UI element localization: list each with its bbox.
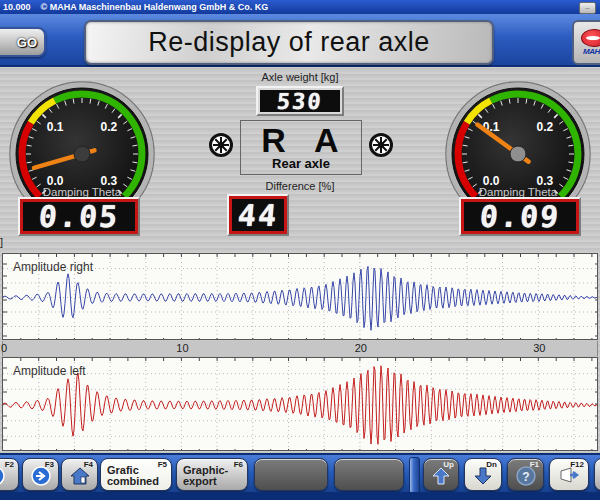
window-titlebar: 10.000 © MAHA Maschinenbau Haldenwang Gm…: [0, 0, 600, 14]
f2-button[interactable]: F2: [0, 458, 19, 491]
maha-logo-text: MAHA: [583, 47, 600, 56]
toolbar-splitter[interactable]: [409, 457, 420, 494]
difference-value: 44: [236, 198, 279, 233]
axle-weight-display: 530: [256, 86, 344, 116]
difference-label: Difference [%]: [220, 180, 380, 192]
arrow-right-icon: [31, 466, 51, 486]
x-axis-band: 0102030: [2, 341, 598, 356]
axle-weight-label: Axle weight [kg]: [220, 71, 380, 83]
blank-button-1[interactable]: [254, 458, 328, 491]
svg-text:0.2: 0.2: [537, 120, 554, 134]
minimize-button[interactable]: _: [579, 2, 596, 14]
x-axis-tick-label: 10: [176, 342, 188, 354]
f5-key-label: F5: [158, 460, 167, 469]
damping-display-right: 0.09: [459, 197, 581, 236]
axle-code: R A: [261, 124, 348, 156]
damping-value-right: 0.09: [478, 199, 561, 234]
down-button[interactable]: Dn: [464, 458, 502, 491]
bottom-strip: [0, 492, 600, 500]
x-axis-tick-label: 20: [355, 342, 367, 354]
up-button[interactable]: Up: [423, 458, 459, 491]
arrow-up-icon: [432, 467, 450, 485]
header-bar: GO Re-display of rear axle MAHA: [0, 14, 600, 67]
app-window: { "titlebar": {"version": "10.000", "cop…: [0, 0, 600, 500]
f6-graphic-export-button[interactable]: F6 Graphic- export: [176, 458, 248, 491]
f5-grafic-combined-button[interactable]: F5 Grafic combined: [100, 458, 172, 491]
blank-button-2[interactable]: [334, 458, 404, 491]
wheel-icon-right: [368, 132, 394, 158]
page-title-plate: Re-display of rear axle: [84, 20, 494, 65]
f6-key-label: F6: [234, 460, 243, 469]
y-axis-unit-fragment: ]: [0, 236, 3, 248]
amplitude-right-chart: Amplitude right: [2, 253, 598, 340]
f6-label-line2: export: [183, 475, 217, 487]
f5-label-line2: combined: [107, 475, 159, 487]
f2-icon: [0, 466, 5, 486]
f3-next-button[interactable]: F3: [22, 458, 59, 491]
f2-key-label: F2: [5, 460, 14, 469]
copyright-text: © MAHA Maschinenbau Haldenwang GmbH & Co…: [41, 2, 269, 12]
svg-text:Amplitude left: Amplitude left: [13, 364, 86, 378]
axle-indicator-box: R A Rear axle: [240, 120, 362, 175]
exit-door-icon: [558, 467, 580, 485]
axle-name: Rear axle: [272, 156, 330, 171]
x-axis-tick-label: 30: [533, 342, 545, 354]
x-axis-tick-label: 0: [1, 342, 7, 354]
partial-button-right[interactable]: [594, 458, 600, 491]
version-text: 10.000: [3, 2, 31, 12]
question-icon: ?: [516, 466, 536, 486]
axle-weight-value: 530: [276, 89, 324, 114]
arrow-down-icon: [474, 467, 492, 485]
f1-help-button[interactable]: F1 ?: [507, 458, 544, 491]
svg-text:0.1: 0.1: [47, 120, 64, 134]
svg-text:?: ?: [522, 470, 529, 484]
difference-display: 44: [227, 194, 289, 236]
wheel-icon-left: [208, 132, 234, 158]
f12-exit-button[interactable]: F12: [549, 458, 589, 491]
svg-text:0.2: 0.2: [101, 120, 118, 134]
amplitude-left-chart: Amplitude left: [2, 357, 598, 451]
home-icon: [70, 467, 90, 485]
damping-value-left: 0.05: [37, 199, 120, 234]
damping-display-left: 0.05: [18, 197, 140, 236]
svg-text:Amplitude right: Amplitude right: [13, 260, 94, 274]
maha-logo: MAHA: [572, 20, 600, 65]
function-key-toolbar: F2 F3 F4 F5 Grafic combined F6 Graphic- …: [0, 453, 600, 492]
f4-home-button[interactable]: F4: [61, 458, 98, 491]
go-button[interactable]: GO: [0, 27, 46, 57]
maha-logo-icon: [581, 29, 600, 47]
page-title: Re-display of rear axle: [148, 27, 430, 58]
